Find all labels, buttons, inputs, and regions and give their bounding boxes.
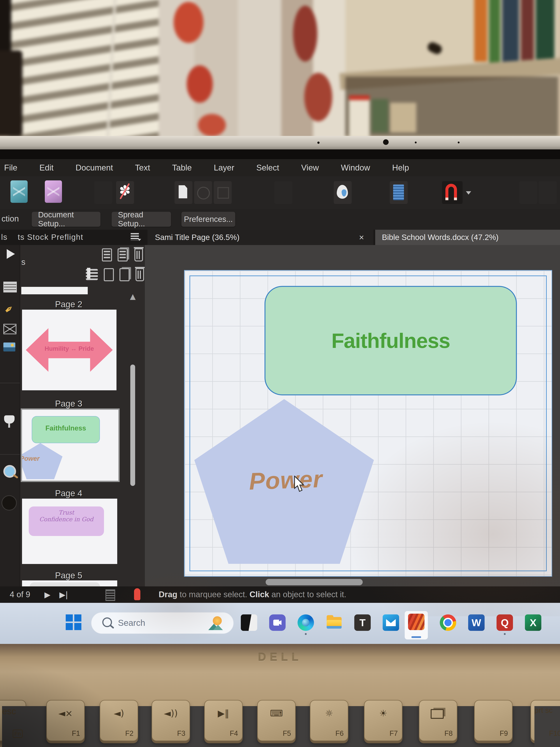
ellipse-tool-button[interactable] — [194, 181, 212, 204]
page4-thumbnail[interactable]: Trust Confidence in God — [22, 499, 117, 564]
menu-layer[interactable]: Layer — [214, 163, 234, 172]
menu-document[interactable]: Document — [76, 163, 113, 172]
book-spine — [489, 0, 500, 66]
table-tool-icon[interactable] — [3, 282, 17, 292]
brightness-up-icon: ☀ — [365, 708, 402, 718]
spread-setup-button[interactable]: Spread Setup... — [112, 212, 171, 227]
faithfulness-rounded-box[interactable]: Faithfulness — [265, 286, 517, 395]
apply-master-icon[interactable] — [86, 269, 98, 280]
weather-icon[interactable] — [208, 616, 223, 630]
pages-scrollbar-thumb[interactable] — [130, 364, 135, 486]
mail-icon[interactable] — [383, 614, 399, 631]
menu-view[interactable]: View — [301, 163, 319, 172]
search-input[interactable] — [117, 617, 193, 628]
page3-thumbnail-selected[interactable]: Faithfulness Power — [22, 410, 118, 481]
studio-tab-partial-left[interactable]: ls — [1, 233, 7, 242]
tool-button-dim[interactable] — [539, 181, 557, 204]
frame-tool-button[interactable] — [214, 181, 232, 204]
tool-button-dim[interactable] — [94, 181, 112, 204]
horizontal-scrollbar-thumb[interactable] — [266, 579, 363, 585]
menu-file[interactable]: File — [4, 163, 17, 172]
zoom-tool-icon[interactable] — [3, 465, 16, 478]
duplicate-master-icon[interactable] — [117, 248, 128, 261]
preview-mode-icon[interactable] — [105, 589, 115, 601]
close-tab-icon[interactable]: × — [359, 232, 364, 242]
color-drop-button[interactable] — [334, 181, 352, 204]
f1-label: F1 — [72, 729, 80, 738]
snapping-dropdown-arrow[interactable] — [466, 191, 471, 195]
key-f1[interactable]: ◄× F1 — [46, 700, 85, 741]
document-page[interactable]: Faithfulness Power — [184, 270, 552, 577]
key-f5[interactable]: ⌨ F5 — [257, 700, 296, 741]
taskbar-app-darksquare-icon[interactable] — [241, 614, 257, 631]
new-document-button[interactable] — [175, 181, 192, 204]
menu-edit[interactable]: Edit — [39, 163, 54, 172]
move-tool-icon[interactable] — [7, 249, 15, 259]
style-picker-tool-icon[interactable] — [4, 415, 15, 423]
context-left-partial-text: ction — [1, 214, 19, 223]
windows-start-button[interactable] — [66, 614, 81, 630]
vector-flower-button[interactable]: ✽ — [116, 181, 134, 204]
teams-chat-icon[interactable] — [269, 614, 286, 631]
key-f4[interactable]: ▶‖ F4 — [204, 700, 243, 741]
text-frame-button[interactable] — [390, 181, 408, 204]
edge-browser-icon[interactable] — [297, 614, 314, 631]
menu-text[interactable]: Text — [135, 163, 150, 172]
chrome-icon[interactable] — [440, 614, 456, 631]
dark-object-2 — [0, 50, 22, 136]
delete-page-icon[interactable] — [135, 268, 144, 281]
t-app-icon[interactable]: T — [354, 614, 371, 631]
add-page-icon[interactable] — [104, 268, 114, 281]
image-tool-icon[interactable] — [3, 342, 15, 352]
doc-tab-sami-title-page[interactable]: Sami Title Page (36.5%) × — [148, 230, 373, 245]
doc-tab-bible-school-words[interactable]: Bible School Words.docx (47.2%) — [375, 230, 560, 245]
key-esc[interactable]: esc Fn — [0, 700, 26, 741]
file-explorer-icon[interactable] — [326, 614, 342, 631]
excel-icon[interactable]: X — [525, 614, 541, 631]
q-app-icon[interactable]: Q — [497, 614, 513, 631]
word-icon[interactable]: W — [468, 614, 485, 631]
pen-tool-icon[interactable]: ✒ — [1, 302, 17, 317]
flower-blob — [174, 2, 204, 43]
document-setup-button[interactable]: Document Setup... — [32, 212, 101, 227]
color-swatch-circle[interactable] — [1, 495, 17, 511]
picture-frame-tool-icon[interactable] — [3, 324, 17, 334]
status-bar: 4 of 9 ▶ ▶| Drag to marquee select. Clic… — [0, 586, 560, 603]
preferences-button[interactable]: Preferences... — [182, 212, 235, 227]
page5-thumbnail-partial[interactable]: Dependability — [22, 581, 117, 586]
canvas-area[interactable]: Faithfulness Power — [145, 245, 560, 586]
photo-of-laptop-scene: File Edit Document Text Table Layer Sele… — [0, 0, 560, 747]
affinity-publisher-active[interactable] — [405, 611, 428, 639]
doc-tab-title: Bible School Words.docx (47.2%) — [382, 233, 499, 242]
duplicate-page-icon[interactable] — [119, 268, 130, 281]
page-indicator: 4 of 9 — [10, 590, 30, 599]
affinity-designer-icon[interactable] — [10, 180, 28, 203]
key-f6[interactable]: ☼ F6 — [310, 700, 348, 741]
key-f3[interactable]: ◄)) F3 — [152, 700, 190, 741]
key-f8[interactable]: F8 — [419, 700, 457, 741]
key-f9[interactable]: F9 — [474, 700, 513, 741]
menu-table[interactable]: Table — [172, 163, 192, 172]
tool-button-dim[interactable] — [519, 181, 537, 204]
next-page-icon[interactable]: ▶ — [45, 590, 50, 599]
panel-menu-icon[interactable] — [131, 233, 139, 240]
taskbar-search[interactable] — [91, 612, 234, 634]
key-f2[interactable]: ◄) F2 — [100, 700, 138, 741]
key-f10[interactable]: prt sc F10 — [531, 700, 560, 741]
page1-thumbnail-partial[interactable] — [21, 287, 88, 294]
affinity-photo-icon[interactable] — [45, 180, 62, 203]
page2-thumbnail[interactable]: Humility ↔ Pride — [22, 310, 116, 390]
snapping-button-active[interactable] — [442, 181, 462, 204]
tool-button-dim[interactable] — [274, 181, 292, 204]
mute-icon: ◄× — [47, 708, 84, 718]
delete-master-icon[interactable] — [134, 248, 143, 261]
last-page-icon[interactable]: ▶| — [59, 590, 68, 599]
key-f7[interactable]: ☀ F7 — [364, 700, 402, 741]
menu-window[interactable]: Window — [341, 163, 370, 172]
menu-help[interactable]: Help — [392, 163, 409, 172]
studio-tabs[interactable]: ts Stock Preflight — [18, 233, 83, 242]
menu-select[interactable]: Select — [256, 163, 279, 172]
laptop-chassis: DELL esc Fn ◄× F1 ◄) F2 ◄)) F3 ▶‖ F4 — [0, 644, 560, 747]
add-master-icon[interactable] — [102, 248, 112, 261]
pages-scroll-up-icon[interactable]: ▲ — [130, 292, 136, 301]
